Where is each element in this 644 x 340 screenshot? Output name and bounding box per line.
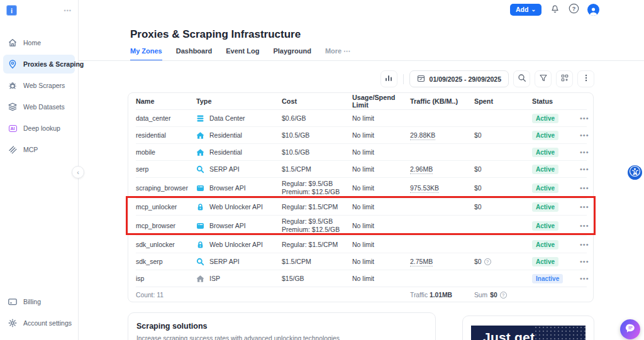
- table-row-sdk-unlocker[interactable]: sdk_unlockerWeb Unlocker APIRegular: $1.…: [136, 236, 587, 253]
- column-header-status: Status: [532, 97, 580, 105]
- statistics-chart-button[interactable]: [380, 70, 397, 87]
- notifications-button[interactable]: [550, 3, 560, 16]
- promo-banner-card[interactable]: Just get: [462, 315, 594, 340]
- column-header-usage-spend-limit: Usage/Spend Limit: [352, 94, 410, 109]
- row-actions-button[interactable]: •••: [580, 165, 589, 173]
- tab-dashboard[interactable]: Dashboard: [176, 47, 212, 61]
- row-actions-button[interactable]: •••: [580, 258, 589, 265]
- web-datasets-icon: [8, 102, 18, 112]
- status-badge: Active: [532, 131, 558, 140]
- table-row-mcp-browser[interactable]: mcp_browserBrowser APIRegular: $9.5/GBPr…: [136, 216, 587, 236]
- sidebar-item-label: Deep lookup: [23, 124, 60, 132]
- tab-playground[interactable]: Playground: [273, 47, 311, 61]
- deep-lookup-icon: AI: [8, 123, 18, 133]
- zone-type-label: ISP: [209, 275, 220, 282]
- row-actions-button[interactable]: •••: [580, 148, 589, 156]
- main-content: Add ⌄ ? Proxies & Scraping Infrastructur…: [79, 0, 644, 340]
- table-row-residential[interactable]: residentialResidential$10.5/GBNo limit29…: [136, 127, 587, 144]
- spent-help-icon[interactable]: ?: [484, 258, 491, 265]
- sidebar-item-web-datasets[interactable]: Web Datasets: [3, 97, 75, 116]
- status-badge: Active: [532, 221, 558, 231]
- sidebar-item-billing[interactable]: Billing: [3, 292, 75, 311]
- zone-status: Active: [532, 165, 580, 174]
- add-button[interactable]: Add ⌄: [510, 4, 541, 16]
- sidebar-item-deep-lookup[interactable]: AIDeep lookup: [3, 119, 75, 138]
- zone-type-label: Data Center: [209, 114, 245, 122]
- sidebar-item-web-scrapers[interactable]: Web Scrapers: [3, 76, 75, 95]
- zone-status: Active: [532, 202, 580, 212]
- status-badge: Active: [532, 257, 558, 266]
- zone-name: serp: [136, 165, 196, 173]
- scraping-solutions-card[interactable]: Scraping solutions Increase scraping suc…: [128, 312, 436, 340]
- chat-widget-button[interactable]: [620, 319, 640, 339]
- status-badge: Active: [532, 240, 558, 250]
- zone-name: data_center: [136, 114, 196, 122]
- row-actions-button[interactable]: •••: [580, 203, 589, 211]
- zone-traffic-link[interactable]: 2.96MB: [410, 165, 433, 174]
- zone-cost: $1.5/CPM: [282, 258, 352, 266]
- row-actions-button[interactable]: •••: [580, 275, 589, 282]
- zone-traffic: 2.75MB: [410, 258, 474, 265]
- sidebar-item-home[interactable]: Home: [3, 33, 75, 52]
- filter-button[interactable]: [535, 70, 552, 87]
- sum-help-icon[interactable]: ?: [500, 292, 507, 299]
- customize-columns-button[interactable]: [556, 70, 573, 87]
- column-header-traffic-kb-m: Traffic (KB/M..): [410, 97, 474, 105]
- tab-more[interactable]: More ⋯: [325, 47, 350, 61]
- zone-traffic-link[interactable]: 975.53KB: [410, 184, 439, 193]
- bell-icon: [550, 3, 560, 16]
- table-row-isp[interactable]: ispISP$15/GBNo limitInactive•••: [136, 270, 587, 287]
- zone-cost: Regular: $9.5/GBPremium: $12.5/GB: [282, 180, 352, 196]
- table-row-sdk-serp[interactable]: sdk_serpSERP API$1.5/CPMNo limit2.75MB$0…: [136, 253, 587, 270]
- home-icon: [8, 38, 18, 48]
- sidebar-item-proxies-scraping[interactable]: Proxies & Scraping: [3, 55, 75, 74]
- zone-type-label: Browser API: [209, 184, 246, 192]
- zone-spent: $0: [474, 203, 532, 211]
- spent-total: Sum $0 ?: [474, 292, 580, 299]
- help-button[interactable]: ?: [569, 3, 579, 16]
- mcp-icon: [8, 145, 18, 155]
- row-actions-button[interactable]: •••: [580, 222, 589, 229]
- search-button[interactable]: [513, 70, 530, 87]
- column-header-type: Type: [196, 97, 282, 105]
- solutions-card-subtitle: Increase scraping success rates with adv…: [136, 335, 427, 340]
- zone-traffic-link[interactable]: 2.75MB: [410, 258, 433, 266]
- zone-type-label: Residential: [209, 148, 242, 156]
- tab-my-zones[interactable]: My Zones: [130, 47, 162, 61]
- promo-banner-image: Just get: [471, 326, 586, 340]
- zone-limit: No limit: [352, 222, 410, 229]
- app-logo[interactable]: i: [6, 5, 17, 16]
- sidebar-collapse-button[interactable]: ‹: [72, 166, 84, 178]
- zone-status: Active: [532, 240, 580, 250]
- row-count: Count: 11: [136, 292, 410, 299]
- zone-cost: Regular: $1.5/CPM: [282, 241, 352, 249]
- zone-type-label: SERP API: [209, 165, 240, 173]
- tab-event-log[interactable]: Event Log: [226, 47, 259, 61]
- row-actions-button[interactable]: •••: [580, 241, 589, 248]
- sidebar-item-mcp[interactable]: MCP: [3, 140, 75, 159]
- sidebar-menu-dots-icon[interactable]: •••: [64, 8, 72, 14]
- table-row-serp[interactable]: serpSERP API$1.5/CPMNo limit2.96MB$0Acti…: [136, 161, 587, 178]
- zone-name: sdk_unlocker: [136, 241, 196, 248]
- row-actions-button[interactable]: •••: [580, 131, 589, 139]
- user-avatar[interactable]: [587, 4, 599, 16]
- table-row-data-center[interactable]: data_centerData Center$0.6/GBNo limitAct…: [136, 110, 587, 127]
- table-row-scraping-browser[interactable]: scraping_browserBrowser APIRegular: $9.5…: [136, 178, 587, 199]
- web-scrapers-icon: [8, 80, 18, 90]
- table-row-mcp-unlocker[interactable]: mcp_unlockerWeb Unlocker APIRegular: $1.…: [136, 199, 587, 216]
- zone-status: Active: [532, 131, 580, 140]
- sidebar-item-account-settings[interactable]: Account settings: [3, 314, 75, 332]
- table-row-mobile[interactable]: mobileResidential$10.5/GBNo limitActive•…: [136, 144, 587, 161]
- table-more-button[interactable]: [577, 70, 594, 87]
- sidebar-nav: HomeProxies & ScrapingWeb ScrapersWeb Da…: [0, 33, 78, 159]
- row-actions-button[interactable]: •••: [580, 114, 589, 122]
- accessibility-widget-button[interactable]: [628, 165, 642, 180]
- date-range-picker[interactable]: 01/09/2025 - 29/09/2025: [409, 70, 509, 87]
- sidebar-item-label: Home: [23, 39, 41, 47]
- zone-name: sdk_serp: [136, 258, 196, 265]
- zone-traffic-link[interactable]: 29.88KB: [410, 131, 435, 140]
- row-actions-button[interactable]: •••: [580, 184, 589, 192]
- zone-name: residential: [136, 131, 196, 139]
- sidebar-bottom-nav: BillingAccount settings: [0, 290, 78, 335]
- zone-status: Active: [532, 184, 580, 193]
